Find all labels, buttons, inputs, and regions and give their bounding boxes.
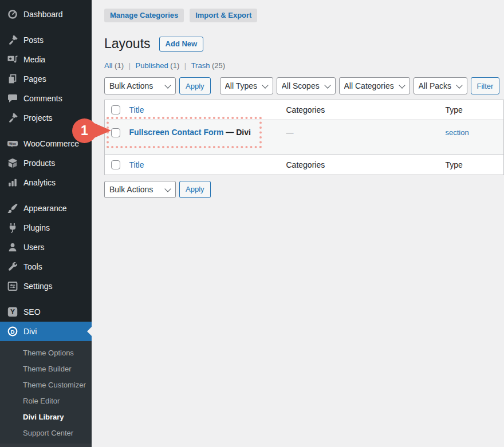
all-scopes-select[interactable]: All Scopes: [277, 77, 336, 94]
svg-text:Woo: Woo: [9, 142, 17, 145]
table-row: Fullscreen Contact Form — Divi — section: [105, 120, 504, 155]
all-packs-select[interactable]: All Packs: [414, 77, 467, 94]
footer-column-categories: Categories: [286, 155, 446, 175]
sidebar-item-label: Posts: [23, 35, 44, 45]
sidebar-item-tools[interactable]: Tools: [0, 257, 92, 276]
header-checkbox-cell: [105, 100, 129, 120]
sidebar-item-divi[interactable]: D Divi: [0, 322, 92, 341]
tablenav-top: Bulk Actions Apply All Types All Scopes …: [104, 77, 504, 94]
table-header-row: Title Categories Type: [105, 100, 504, 120]
all-categories-select[interactable]: All Categories: [339, 77, 410, 94]
view-published-link[interactable]: Published: [136, 61, 168, 70]
row-checkbox[interactable]: [111, 128, 120, 137]
column-header-type: Type: [446, 100, 504, 120]
sidebar-bottom-strip: [0, 444, 92, 447]
bulk-actions-select-wrap-bottom: Bulk Actions: [104, 181, 176, 198]
sidebar-item-label: Comments: [23, 94, 62, 103]
layouts-table: Title Categories Type Fullscreen Contact…: [104, 100, 504, 175]
plug-icon: [7, 222, 18, 234]
sidebar-item-comments[interactable]: Comments: [0, 89, 92, 108]
bulk-actions-select[interactable]: Bulk Actions: [104, 77, 176, 94]
active-menu-arrow-icon: [87, 327, 92, 336]
submenu-item-theme-customizer[interactable]: Theme Customizer: [0, 377, 92, 393]
sidebar-item-label: Products: [23, 159, 55, 168]
add-new-button[interactable]: Add New: [159, 37, 204, 52]
bar-chart-icon: [7, 177, 18, 188]
woocommerce-icon: Woo: [7, 138, 18, 149]
submenu-item-theme-builder[interactable]: Theme Builder: [0, 361, 92, 377]
sidebar-item-woocommerce[interactable]: Woo WooCommerce: [0, 134, 92, 153]
media-icon: [7, 54, 18, 65]
sidebar-item-products[interactable]: Products: [0, 153, 92, 173]
brush-icon: [7, 203, 18, 214]
sidebar-item-label: WooCommerce: [23, 139, 79, 148]
sidebar-item-projects[interactable]: Projects: [0, 108, 92, 128]
sidebar-item-label: Dashboard: [23, 10, 63, 19]
footer-checkbox-cell: [105, 155, 129, 175]
view-filter-links: All (1) | Published (1) | Trash (25): [104, 61, 504, 70]
bulk-actions-select-bottom[interactable]: Bulk Actions: [104, 181, 176, 198]
sidebar-item-label: Users: [23, 243, 45, 252]
select-all-checkbox[interactable]: [111, 105, 120, 114]
menu-separator: [0, 128, 92, 134]
sidebar-item-label: Pages: [23, 74, 46, 84]
view-published-count: (1): [170, 61, 179, 70]
main-content: Manage Categories Import & Export Layout…: [92, 0, 504, 198]
dashboard-icon: [7, 9, 18, 20]
pushpin-icon: [7, 34, 18, 46]
footer-column-type: Type: [446, 155, 504, 175]
admin-sidebar: Dashboard Posts Media Pages Commen: [0, 0, 92, 447]
footer-column-title[interactable]: Title: [129, 155, 286, 175]
layout-title-link[interactable]: Fullscreen Contact Form: [129, 128, 224, 137]
sliders-icon: [7, 280, 18, 292]
row-categories-cell: —: [286, 120, 446, 155]
categories-select-wrap: All Categories: [339, 77, 410, 94]
layout-title-suffix: — Divi: [223, 128, 250, 137]
select-all-checkbox-footer[interactable]: [111, 160, 120, 169]
view-trash-link[interactable]: Trash: [191, 61, 210, 70]
import-export-button[interactable]: Import & Export: [190, 9, 257, 22]
row-title-cell: Fullscreen Contact Form — Divi: [129, 120, 286, 155]
sidebar-item-media[interactable]: Media: [0, 50, 92, 69]
sidebar-item-plugins[interactable]: Plugins: [0, 218, 92, 238]
apply-button-bottom[interactable]: Apply: [179, 181, 211, 198]
view-all-count: (1): [115, 61, 124, 70]
view-trash-count: (25): [212, 61, 225, 70]
sidebar-item-settings[interactable]: Settings: [0, 276, 92, 296]
layout-type-link[interactable]: section: [446, 128, 469, 137]
menu-separator: [0, 296, 92, 302]
page-title: Layouts: [104, 36, 151, 52]
scopes-select-wrap: All Scopes: [277, 77, 336, 94]
admin-menu: Dashboard Posts Media Pages Commen: [0, 0, 92, 341]
sidebar-item-dashboard[interactable]: Dashboard: [0, 5, 92, 24]
sidebar-item-posts[interactable]: Posts: [0, 30, 92, 50]
sidebar-item-label: Divi: [23, 327, 37, 336]
table-footer-row: Title Categories Type: [105, 155, 504, 175]
sidebar-item-appearance[interactable]: Appearance: [0, 199, 92, 218]
types-select-wrap: All Types: [220, 77, 273, 94]
apply-button[interactable]: Apply: [179, 77, 211, 94]
filter-button[interactable]: Filter: [471, 77, 500, 94]
submenu-item-theme-options[interactable]: Theme Options: [0, 345, 92, 361]
user-icon: [7, 242, 18, 253]
manage-categories-button[interactable]: Manage Categories: [104, 9, 184, 22]
sidebar-item-seo[interactable]: Y SEO: [0, 302, 92, 322]
row-checkbox-cell: [105, 120, 129, 155]
sidebar-item-users[interactable]: Users: [0, 238, 92, 257]
sidebar-item-analytics[interactable]: Analytics: [0, 173, 92, 192]
sidebar-item-label: Tools: [23, 262, 42, 271]
row-type-cell: section: [446, 120, 504, 155]
column-header-title[interactable]: Title: [129, 100, 286, 120]
submenu-item-role-editor[interactable]: Role Editor: [0, 393, 92, 409]
sidebar-item-pages[interactable]: Pages: [0, 69, 92, 89]
all-types-select[interactable]: All Types: [220, 77, 273, 94]
view-separator: |: [129, 61, 131, 70]
pushpin-icon: [7, 112, 18, 124]
box-icon: [7, 157, 18, 169]
submenu-item-divi-library[interactable]: Divi Library: [0, 409, 92, 425]
sidebar-item-label: Analytics: [23, 178, 56, 187]
view-all-link[interactable]: All: [104, 61, 112, 70]
sidebar-item-label: Media: [23, 55, 45, 64]
submenu-item-support-center[interactable]: Support Center: [0, 425, 92, 441]
sidebar-item-label: Settings: [23, 282, 53, 291]
